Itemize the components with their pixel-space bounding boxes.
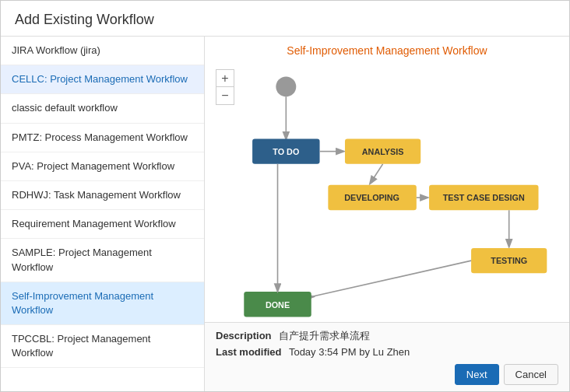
edge-testing-done	[311, 261, 471, 296]
sidebar-item-pva-workflow[interactable]: PVA: Project Management Workflow	[1, 152, 204, 181]
zoom-in-button[interactable]: +	[216, 70, 234, 87]
node-analysis-label: ANALYSIS	[362, 147, 404, 156]
dialog-footer: Description 自产提升需求单流程 Last modified Toda…	[205, 322, 569, 391]
modified-value: Today 3:54 PM by Lu Zhen	[289, 346, 410, 358]
sidebar-item-classic-workflow[interactable]: classic default workflow	[1, 94, 204, 123]
node-testing-label: TESTING	[491, 256, 527, 265]
workflow-diagram: TO DO ANALYSIS DEVELOPING TEST C	[205, 61, 569, 322]
sidebar-item-tpccbl-workflow[interactable]: TPCCBL: Project Management Workflow	[1, 325, 204, 368]
description-row: Description 自产提升需求单流程	[216, 329, 558, 343]
node-developing-label: DEVELOPING	[344, 193, 399, 202]
dialog-header: Add Existing Workflow	[1, 1, 569, 37]
modified-label: Last modified	[216, 346, 282, 358]
content-area: Self-Improvement Management Workflow + −…	[205, 37, 569, 391]
footer-buttons: Next Cancel	[216, 364, 558, 385]
description-value: 自产提升需求单流程	[279, 330, 370, 341]
dialog: Add Existing Workflow JIRA Workflow (jir…	[0, 0, 570, 392]
zoom-out-button[interactable]: −	[216, 87, 234, 104]
cancel-button[interactable]: Cancel	[504, 364, 558, 385]
sidebar-item-self-workflow[interactable]: Self-Improvement Management Workflow	[1, 282, 204, 325]
edge-analysis-developing	[370, 164, 382, 184]
node-testcase-label: TEST CASE DESIGN	[443, 193, 525, 202]
next-button[interactable]: Next	[455, 364, 499, 385]
sidebar-item-pmtz-workflow[interactable]: PMTZ: Process Management Workflow	[1, 124, 204, 152]
modified-row: Last modified Today 3:54 PM by Lu Zhen	[216, 346, 558, 358]
sidebar: JIRA Workflow (jira)CELLC: Project Manag…	[1, 37, 205, 391]
sidebar-item-req-workflow[interactable]: Requirement Management Workflow	[1, 210, 204, 239]
node-todo-label: TO DO	[273, 147, 299, 156]
sidebar-item-sample-workflow[interactable]: SAMPLE: Project Management Workflow	[1, 239, 204, 282]
sidebar-item-cellc-workflow[interactable]: CELLC: Project Management Workflow	[1, 65, 204, 94]
start-node	[276, 76, 296, 96]
sidebar-item-jira-workflow[interactable]: JIRA Workflow (jira)	[1, 37, 204, 65]
workflow-title: Self-Improvement Management Workflow	[205, 37, 569, 61]
node-done-label: DONE	[266, 300, 290, 310]
zoom-controls: + −	[216, 69, 234, 105]
workflow-canvas: + − TO DO ANALYSIS	[205, 61, 569, 322]
dialog-body: JIRA Workflow (jira)CELLC: Project Manag…	[1, 37, 569, 391]
description-label: Description	[216, 330, 272, 341]
sidebar-item-rdhwj-workflow[interactable]: RDHWJ: Task Management Workflow	[1, 181, 204, 210]
dialog-title: Add Existing Workflow	[15, 12, 555, 28]
